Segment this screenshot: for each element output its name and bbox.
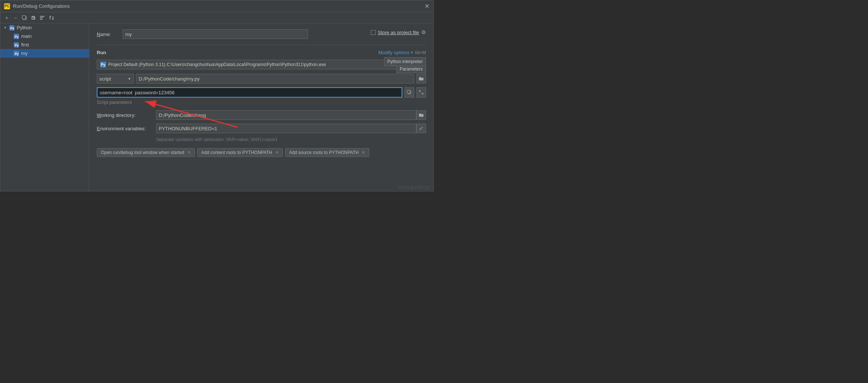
remove-config-button[interactable]: − xyxy=(11,14,20,22)
svg-rect-2 xyxy=(40,16,44,17)
script-path-input[interactable] xyxy=(136,74,414,84)
chip-open-run-close[interactable]: ✕ xyxy=(187,150,191,155)
copy-icon xyxy=(407,90,412,95)
app-icon: PC xyxy=(4,3,10,9)
save-config-button[interactable] xyxy=(29,14,37,22)
watermark: CSDN @CCH2023 xyxy=(399,186,430,190)
run-debug-dialog: PC Run/Debug Configurations ✕ + − xyxy=(0,0,434,192)
sidebar-group-label: Python xyxy=(17,25,32,30)
separator-hint: Separate variables with semicolon: VAR=v… xyxy=(156,137,426,142)
title-bar-text: Run/Debug Configurations xyxy=(13,3,424,9)
params-tooltip: Parameters xyxy=(396,65,426,73)
copy-config-button[interactable] xyxy=(20,14,29,22)
store-project-label[interactable]: Store as project file xyxy=(378,30,419,35)
script-row: script ▼ Parameters xyxy=(97,74,426,84)
chip-content-roots-close[interactable]: ✕ xyxy=(275,150,279,155)
add-config-button[interactable]: + xyxy=(3,14,11,22)
chip-source-roots-close[interactable]: ✕ xyxy=(362,150,365,155)
svg-text:Py: Py xyxy=(15,52,19,55)
working-dir-browse-button[interactable] xyxy=(416,110,426,120)
sidebar-item-python-group[interactable]: ▼ Py Python xyxy=(0,23,89,32)
sidebar-group-items: Py main Py first Py my xyxy=(0,32,89,58)
sort-config-button[interactable] xyxy=(47,14,55,22)
interpreter-row: Py Project Default (Python 3.11) C:\User… xyxy=(97,60,426,69)
store-project-area: Store as project file ⚙ xyxy=(371,29,426,35)
modify-options-link[interactable]: Modify options xyxy=(378,50,409,55)
sidebar-item-my-label: my xyxy=(21,50,27,56)
params-copy-button[interactable] xyxy=(405,87,414,98)
run-section-title: Run xyxy=(97,50,106,55)
name-label: Name: xyxy=(97,32,119,37)
svg-text:Py: Py xyxy=(15,35,19,38)
svg-rect-4 xyxy=(40,19,42,20)
svg-text:Py: Py xyxy=(101,63,106,67)
svg-rect-1 xyxy=(22,16,26,19)
modify-options-area: Modify options ▾ Alt+M Python interprete… xyxy=(378,50,426,55)
python-group-icon: Py xyxy=(9,25,14,30)
close-button[interactable]: ✕ xyxy=(424,3,430,9)
folder-icon xyxy=(419,76,424,81)
working-dir-row: Working directory: xyxy=(97,110,426,120)
toolbar: + − xyxy=(0,12,433,23)
chip-source-roots-label: Add source roots to PYTHONPATH xyxy=(289,150,359,155)
script-type-arrow-icon: ▼ xyxy=(128,77,131,81)
python-interpreter-tooltip: Python interpreter xyxy=(384,57,426,66)
sidebar-item-my[interactable]: Py my xyxy=(0,49,89,58)
working-dir-folder-icon xyxy=(419,113,424,117)
env-vars-edit-button[interactable] xyxy=(416,124,426,133)
script-type-select[interactable]: script ▼ xyxy=(97,74,134,84)
params-input[interactable] xyxy=(97,87,402,98)
title-bar: PC Run/Debug Configurations ✕ xyxy=(0,0,433,12)
move-config-button[interactable] xyxy=(38,14,46,22)
chip-content-roots: Add content roots to PYTHONPATH ✕ xyxy=(197,148,283,157)
script-type-label: script xyxy=(99,76,111,82)
sidebar: ▼ Py Python Py main xyxy=(0,23,89,191)
working-dir-label: Working directory: xyxy=(97,112,156,118)
sidebar-item-first[interactable]: Py first xyxy=(0,40,89,49)
params-expand-button[interactable] xyxy=(416,87,426,98)
sidebar-item-my-icon: Py xyxy=(14,51,19,56)
main-content: ▼ Py Python Py main xyxy=(0,23,433,191)
env-vars-row: Environment variables: xyxy=(97,124,426,133)
sidebar-item-main-label: main xyxy=(21,33,32,39)
python-interpreter-icon: Py xyxy=(100,62,106,68)
interpreter-value: Project Default (Python 3.11) C:\Users\c… xyxy=(108,62,326,67)
params-row xyxy=(97,87,426,98)
modify-shortcut: Alt+M xyxy=(415,50,426,55)
script-params-label: Script parameters xyxy=(97,100,426,105)
modify-arrow-icon: ▾ xyxy=(411,50,413,55)
interpreter-select-text: Py Project Default (Python 3.11) C:\User… xyxy=(100,62,419,68)
divider xyxy=(97,45,426,45)
svg-text:Py: Py xyxy=(15,43,19,47)
chip-content-roots-label: Add content roots to PYTHONPATH xyxy=(201,150,272,155)
expand-icon xyxy=(419,90,424,95)
right-panel: Name: Store as project file ⚙ Run Modify… xyxy=(89,23,433,191)
name-input[interactable] xyxy=(123,29,308,39)
expand-arrow-icon: ▼ xyxy=(3,26,9,30)
svg-rect-16 xyxy=(407,90,410,93)
chips-area: Open run/debug tool window when started … xyxy=(97,148,426,157)
sidebar-item-first-label: first xyxy=(21,42,29,48)
chip-open-run: Open run/debug tool window when started … xyxy=(97,148,195,157)
sidebar-item-main[interactable]: Py main xyxy=(0,32,89,40)
env-vars-input[interactable] xyxy=(156,124,416,133)
store-gear-icon[interactable]: ⚙ xyxy=(421,29,426,35)
interpreter-select[interactable]: Py Project Default (Python 3.11) C:\User… xyxy=(97,60,426,69)
svg-text:Py: Py xyxy=(10,26,14,30)
env-vars-edit-icon xyxy=(419,126,423,131)
chip-open-run-label: Open run/debug tool window when started xyxy=(101,150,184,155)
working-dir-input[interactable] xyxy=(156,110,416,120)
svg-rect-3 xyxy=(40,17,43,18)
sidebar-item-main-icon: Py xyxy=(14,34,19,39)
chip-source-roots: Add source roots to PYTHONPATH ✕ xyxy=(285,148,370,157)
store-project-checkbox[interactable] xyxy=(371,30,376,35)
script-browse-button[interactable] xyxy=(416,74,426,84)
env-vars-label: Environment variables: xyxy=(97,126,156,131)
sidebar-item-first-icon: Py xyxy=(14,42,19,48)
run-section-header: Run Modify options ▾ Alt+M Python interp… xyxy=(97,50,426,55)
